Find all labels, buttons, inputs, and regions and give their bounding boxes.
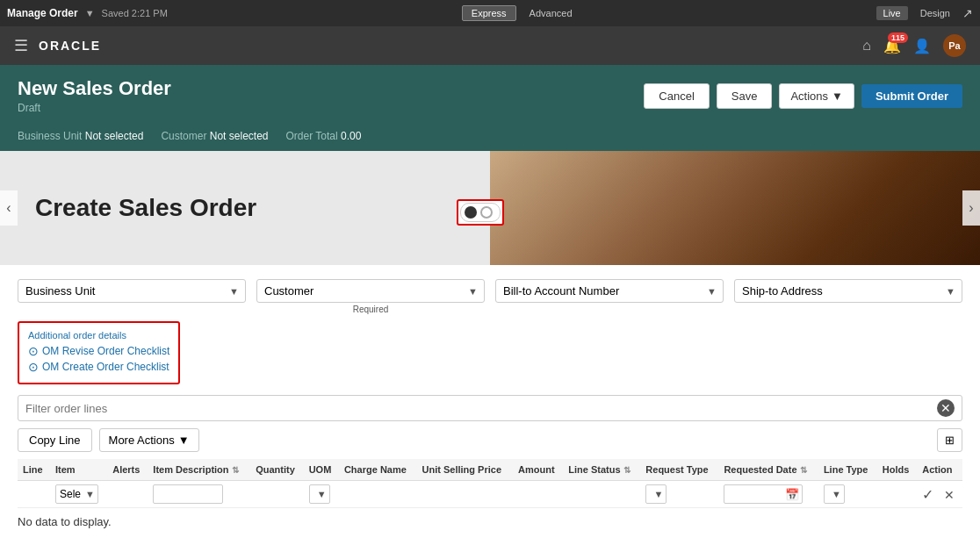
table-body: Sele ▼ ▼ [18, 481, 962, 508]
revise-order-checklist-link[interactable]: ⊙ OM Revise Order Checklist [28, 344, 169, 358]
page-subtitle: Draft [18, 102, 171, 114]
col-alerts: Alerts [107, 459, 148, 481]
actions-button[interactable]: Actions ▼ [779, 83, 854, 109]
checklist2-icon: ⊙ [28, 360, 39, 374]
top-bar-right: Live Design ↗ [876, 6, 973, 20]
page-title: New Sales Order [18, 77, 171, 100]
bill-to-select[interactable]: Bill-to Account Number [495, 279, 724, 303]
filter-clear-button[interactable]: ✕ [937, 399, 955, 417]
more-actions-button[interactable]: More Actions ▼ [99, 428, 199, 452]
bill-to-select-wrapper: Bill-to Account Number ▼ [495, 279, 724, 303]
top-bar: Manage Order ▼ Saved 2:21 PM Express Adv… [0, 0, 980, 26]
col-line: Line [18, 459, 50, 481]
bill-to-group: Bill-to Account Number ▼ [495, 279, 724, 303]
advanced-button[interactable]: Advanced [520, 5, 582, 21]
order-total-label: Order Total 0.00 [285, 130, 361, 142]
design-button[interactable]: Design [913, 6, 957, 20]
cancel-button[interactable]: Cancel [644, 83, 709, 109]
create-checklist-label: OM Create Order Checklist [42, 361, 169, 373]
calendar-icon[interactable]: 📅 [785, 488, 799, 501]
item-select[interactable]: Sele [55, 484, 98, 504]
business-unit-label: Business Unit Not selected [18, 130, 143, 142]
item-desc-input[interactable] [153, 484, 223, 504]
additional-order-details-box: Additional order details ⊙ OM Revise Ord… [18, 321, 180, 384]
row-amount [513, 481, 563, 508]
main-content: Business Unit ▼ Customer ▼ Required Bill… [0, 265, 980, 545]
action-cancel-icon[interactable]: ✕ [944, 488, 955, 502]
actions-label: Actions [790, 90, 828, 103]
more-actions-label: More Actions [109, 434, 175, 447]
uom-select[interactable] [309, 484, 330, 504]
line-type-select[interactable] [824, 484, 845, 504]
toggle-switch[interactable] [460, 203, 501, 222]
nav-bar: ☰ ORACLE ⌂ 🔔 115 👤 Pa [0, 26, 980, 65]
row-charge-name [339, 481, 417, 508]
col-requested-date: Requested Date ⇅ [718, 459, 818, 481]
requested-date-wrapper: 📅 [724, 484, 803, 504]
expand-icon[interactable]: ↗ [962, 6, 973, 20]
request-type-wrapper: ▼ [645, 484, 667, 504]
col-line-status: Line Status ⇅ [563, 459, 640, 481]
col-item-desc: Item Description ⇅ [148, 459, 250, 481]
row-request-type: ▼ [640, 481, 718, 508]
customer-select-wrapper: Customer ▼ [256, 279, 485, 303]
ship-to-select[interactable]: Ship-to Address [734, 279, 962, 303]
business-unit-select-wrapper: Business Unit ▼ [18, 279, 246, 303]
ship-to-group: Ship-to Address ▼ [734, 279, 962, 303]
customer-select[interactable]: Customer [256, 279, 485, 303]
submit-order-button[interactable]: Submit Order [861, 84, 962, 108]
row-line-status [563, 481, 640, 508]
requested-date-sort-icon[interactable]: ⇅ [800, 465, 807, 475]
row-action: ✓ ✕ [917, 481, 962, 508]
dropdown-arrow[interactable]: ▼ [85, 8, 95, 18]
item-desc-sort-icon[interactable]: ⇅ [232, 465, 239, 475]
row-unit-selling-price [417, 481, 514, 508]
row-line-type: ▼ [818, 481, 877, 508]
mode-switcher: Express Advanced [462, 5, 582, 21]
action-confirm-icon[interactable]: ✓ [922, 487, 933, 502]
row-holds [877, 481, 917, 508]
row-quantity [250, 481, 304, 508]
live-button[interactable]: Live [876, 6, 908, 20]
col-holds: Holds [877, 459, 917, 481]
create-order-checklist-link[interactable]: ⊙ OM Create Order Checklist [28, 360, 169, 374]
columns-button[interactable]: ⊞ [937, 428, 962, 452]
required-label: Required [256, 305, 485, 314]
hamburger-icon[interactable]: ☰ [14, 36, 28, 55]
filter-order-lines-input[interactable] [25, 402, 937, 415]
avatar[interactable]: Pa [943, 34, 966, 57]
item-select-wrapper: Sele ▼ [55, 484, 98, 504]
user-icon[interactable]: 👤 [913, 38, 931, 54]
toggle-container[interactable] [457, 199, 504, 226]
business-unit-select[interactable]: Business Unit [18, 279, 246, 303]
row-uom: ▼ [304, 481, 339, 508]
col-unit-selling-price: Unit Selling Price [417, 459, 514, 481]
line-type-wrapper: ▼ [824, 484, 845, 504]
hero-title: Create Sales Order [0, 194, 256, 222]
line-status-sort-icon[interactable]: ⇅ [623, 465, 631, 475]
no-data-message: No data to display. [18, 508, 962, 535]
hero-next-button[interactable]: › [962, 190, 980, 226]
customer-group: Customer ▼ Required [256, 279, 485, 314]
sub-header: Business Unit Not selected Customer Not … [0, 126, 980, 151]
order-lines-table: Line Item Alerts Item Description ⇅ Quan… [18, 459, 962, 508]
business-unit-group: Business Unit ▼ [18, 279, 246, 303]
copy-line-button[interactable]: Copy Line [18, 428, 92, 452]
col-uom: UOM [304, 459, 339, 481]
table-row: Sele ▼ ▼ [18, 481, 962, 508]
nav-left: ☰ ORACLE [14, 36, 101, 55]
express-button[interactable]: Express [462, 5, 516, 21]
checklist1-icon: ⊙ [28, 344, 39, 358]
home-icon[interactable]: ⌂ [862, 38, 871, 54]
request-type-select[interactable] [645, 484, 667, 504]
col-line-type: Line Type [818, 459, 877, 481]
manage-order-link[interactable]: Manage Order [7, 7, 78, 19]
form-row: Business Unit ▼ Customer ▼ Required Bill… [18, 279, 962, 314]
row-alerts [107, 481, 148, 508]
notification-icon[interactable]: 🔔 115 [883, 38, 901, 54]
ship-to-select-wrapper: Ship-to Address ▼ [734, 279, 962, 303]
hero-area: ‹ Create Sales Order › [0, 151, 980, 265]
columns-icon: ⊞ [945, 434, 955, 447]
save-button[interactable]: Save [717, 83, 773, 109]
row-item-desc [148, 481, 250, 508]
